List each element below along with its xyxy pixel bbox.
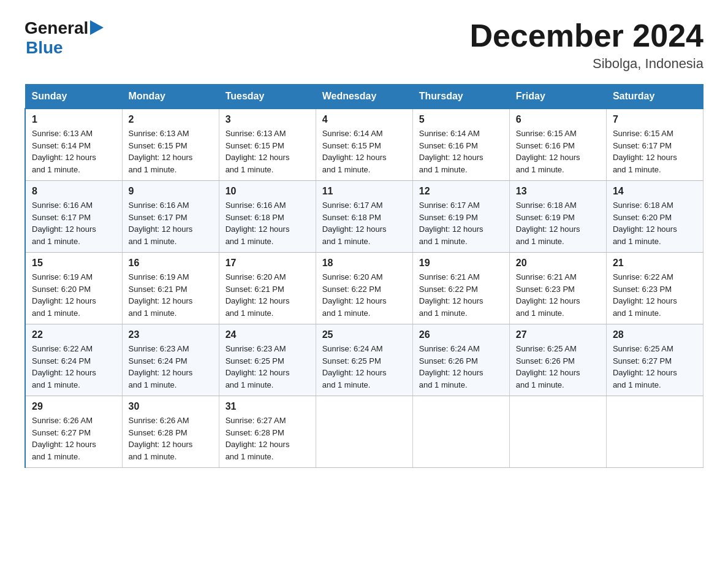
day-info: Sunrise: 6:16 AM Sunset: 6:17 PM Dayligh… — [129, 199, 213, 247]
calendar-cell: 7 Sunrise: 6:15 AM Sunset: 6:17 PM Dayli… — [606, 109, 703, 181]
day-number: 9 — [129, 186, 213, 197]
day-number: 22 — [32, 329, 116, 340]
day-number: 21 — [613, 258, 697, 269]
day-info: Sunrise: 6:17 AM Sunset: 6:18 PM Dayligh… — [322, 199, 406, 247]
calendar-cell: 14 Sunrise: 6:18 AM Sunset: 6:20 PM Dayl… — [606, 181, 703, 253]
day-info: Sunrise: 6:13 AM Sunset: 6:15 PM Dayligh… — [129, 128, 213, 175]
logo-icon-wrap: General Blue — [25, 18, 104, 58]
col-monday: Monday — [122, 85, 219, 109]
day-info: Sunrise: 6:18 AM Sunset: 6:20 PM Dayligh… — [613, 199, 697, 247]
calendar-cell: 25 Sunrise: 6:24 AM Sunset: 6:25 PM Dayl… — [316, 324, 412, 396]
calendar-table: Sunday Monday Tuesday Wednesday Thursday… — [25, 84, 703, 468]
logo-text-general: General — [25, 18, 88, 38]
calendar-cell: 31 Sunrise: 6:27 AM Sunset: 6:28 PM Dayl… — [219, 396, 316, 468]
logo: General Blue — [25, 18, 104, 58]
day-info: Sunrise: 6:14 AM Sunset: 6:16 PM Dayligh… — [419, 128, 503, 175]
day-info: Sunrise: 6:13 AM Sunset: 6:15 PM Dayligh… — [226, 128, 309, 175]
calendar-cell — [509, 396, 606, 468]
day-info: Sunrise: 6:14 AM Sunset: 6:15 PM Dayligh… — [322, 128, 406, 175]
day-info: Sunrise: 6:24 AM Sunset: 6:25 PM Dayligh… — [322, 343, 406, 391]
calendar-cell: 11 Sunrise: 6:17 AM Sunset: 6:18 PM Dayl… — [316, 181, 412, 253]
day-number: 30 — [129, 401, 213, 412]
header-row: Sunday Monday Tuesday Wednesday Thursday… — [25, 85, 703, 109]
day-number: 24 — [226, 329, 309, 340]
day-info: Sunrise: 6:21 AM Sunset: 6:22 PM Dayligh… — [419, 271, 503, 319]
col-friday: Friday — [509, 85, 606, 109]
day-info: Sunrise: 6:20 AM Sunset: 6:22 PM Dayligh… — [322, 271, 406, 319]
day-number: 17 — [226, 258, 309, 269]
day-number: 8 — [32, 186, 116, 197]
day-info: Sunrise: 6:22 AM Sunset: 6:24 PM Dayligh… — [32, 343, 116, 391]
calendar-cell: 3 Sunrise: 6:13 AM Sunset: 6:15 PM Dayli… — [219, 109, 316, 181]
calendar-cell: 1 Sunrise: 6:13 AM Sunset: 6:14 PM Dayli… — [25, 109, 122, 181]
day-info: Sunrise: 6:17 AM Sunset: 6:19 PM Dayligh… — [419, 199, 503, 247]
calendar-cell — [412, 396, 509, 468]
calendar-week-row: 29 Sunrise: 6:26 AM Sunset: 6:27 PM Dayl… — [25, 396, 703, 468]
day-info: Sunrise: 6:25 AM Sunset: 6:27 PM Dayligh… — [613, 343, 697, 391]
calendar-cell: 22 Sunrise: 6:22 AM Sunset: 6:24 PM Dayl… — [25, 324, 122, 396]
calendar-cell: 4 Sunrise: 6:14 AM Sunset: 6:15 PM Dayli… — [316, 109, 412, 181]
calendar-cell — [606, 396, 703, 468]
day-number: 20 — [516, 258, 600, 269]
day-info: Sunrise: 6:23 AM Sunset: 6:25 PM Dayligh… — [226, 343, 309, 391]
location-title: Sibolga, Indonesia — [469, 56, 703, 72]
col-wednesday: Wednesday — [316, 85, 412, 109]
day-number: 14 — [613, 186, 697, 197]
calendar-cell: 18 Sunrise: 6:20 AM Sunset: 6:22 PM Dayl… — [316, 253, 412, 324]
day-number: 3 — [226, 114, 309, 125]
calendar-cell: 10 Sunrise: 6:16 AM Sunset: 6:18 PM Dayl… — [219, 181, 316, 253]
logo-text-blue: Blue — [26, 38, 63, 58]
day-info: Sunrise: 6:25 AM Sunset: 6:26 PM Dayligh… — [516, 343, 600, 391]
day-info: Sunrise: 6:15 AM Sunset: 6:17 PM Dayligh… — [613, 128, 697, 175]
calendar-cell: 24 Sunrise: 6:23 AM Sunset: 6:25 PM Dayl… — [219, 324, 316, 396]
calendar-cell: 20 Sunrise: 6:21 AM Sunset: 6:23 PM Dayl… — [509, 253, 606, 324]
page-header: General Blue December 2024 Sibolga, Indo… — [25, 18, 703, 72]
calendar-cell: 19 Sunrise: 6:21 AM Sunset: 6:22 PM Dayl… — [412, 253, 509, 324]
day-info: Sunrise: 6:20 AM Sunset: 6:21 PM Dayligh… — [226, 271, 309, 319]
day-info: Sunrise: 6:22 AM Sunset: 6:23 PM Dayligh… — [613, 271, 697, 319]
calendar-cell: 9 Sunrise: 6:16 AM Sunset: 6:17 PM Dayli… — [122, 181, 219, 253]
calendar-week-row: 15 Sunrise: 6:19 AM Sunset: 6:20 PM Dayl… — [25, 253, 703, 324]
day-number: 23 — [129, 329, 213, 340]
logo-row1: General — [25, 18, 104, 38]
day-number: 6 — [516, 114, 600, 125]
col-thursday: Thursday — [412, 85, 509, 109]
day-info: Sunrise: 6:27 AM Sunset: 6:28 PM Dayligh… — [226, 415, 309, 462]
calendar-cell — [316, 396, 412, 468]
calendar-cell: 12 Sunrise: 6:17 AM Sunset: 6:19 PM Dayl… — [412, 181, 509, 253]
calendar-cell: 27 Sunrise: 6:25 AM Sunset: 6:26 PM Dayl… — [509, 324, 606, 396]
calendar-cell: 8 Sunrise: 6:16 AM Sunset: 6:17 PM Dayli… — [25, 181, 122, 253]
day-number: 29 — [32, 401, 116, 412]
title-section: December 2024 Sibolga, Indonesia — [469, 18, 703, 72]
day-info: Sunrise: 6:13 AM Sunset: 6:14 PM Dayligh… — [32, 128, 116, 175]
day-number: 31 — [226, 401, 309, 412]
calendar-cell: 2 Sunrise: 6:13 AM Sunset: 6:15 PM Dayli… — [122, 109, 219, 181]
svg-marker-0 — [90, 20, 104, 35]
calendar-cell: 28 Sunrise: 6:25 AM Sunset: 6:27 PM Dayl… — [606, 324, 703, 396]
day-info: Sunrise: 6:26 AM Sunset: 6:27 PM Dayligh… — [32, 415, 116, 462]
day-number: 19 — [419, 258, 503, 269]
day-info: Sunrise: 6:23 AM Sunset: 6:24 PM Dayligh… — [129, 343, 213, 391]
col-tuesday: Tuesday — [219, 85, 316, 109]
col-saturday: Saturday — [606, 85, 703, 109]
day-number: 26 — [419, 329, 503, 340]
calendar-cell: 13 Sunrise: 6:18 AM Sunset: 6:19 PM Dayl… — [509, 181, 606, 253]
calendar-cell: 16 Sunrise: 6:19 AM Sunset: 6:21 PM Dayl… — [122, 253, 219, 324]
calendar-week-row: 1 Sunrise: 6:13 AM Sunset: 6:14 PM Dayli… — [25, 109, 703, 181]
day-info: Sunrise: 6:18 AM Sunset: 6:19 PM Dayligh… — [516, 199, 600, 247]
calendar-week-row: 22 Sunrise: 6:22 AM Sunset: 6:24 PM Dayl… — [25, 324, 703, 396]
day-number: 12 — [419, 186, 503, 197]
day-number: 16 — [129, 258, 213, 269]
day-info: Sunrise: 6:16 AM Sunset: 6:17 PM Dayligh… — [32, 199, 116, 247]
col-sunday: Sunday — [25, 85, 122, 109]
day-number: 4 — [322, 114, 406, 125]
calendar-cell: 5 Sunrise: 6:14 AM Sunset: 6:16 PM Dayli… — [412, 109, 509, 181]
calendar-body: 1 Sunrise: 6:13 AM Sunset: 6:14 PM Dayli… — [25, 109, 703, 468]
day-info: Sunrise: 6:24 AM Sunset: 6:26 PM Dayligh… — [419, 343, 503, 391]
calendar-cell: 6 Sunrise: 6:15 AM Sunset: 6:16 PM Dayli… — [509, 109, 606, 181]
day-number: 28 — [613, 329, 697, 340]
day-number: 18 — [322, 258, 406, 269]
calendar-cell: 21 Sunrise: 6:22 AM Sunset: 6:23 PM Dayl… — [606, 253, 703, 324]
day-number: 25 — [322, 329, 406, 340]
day-info: Sunrise: 6:19 AM Sunset: 6:20 PM Dayligh… — [32, 271, 116, 319]
